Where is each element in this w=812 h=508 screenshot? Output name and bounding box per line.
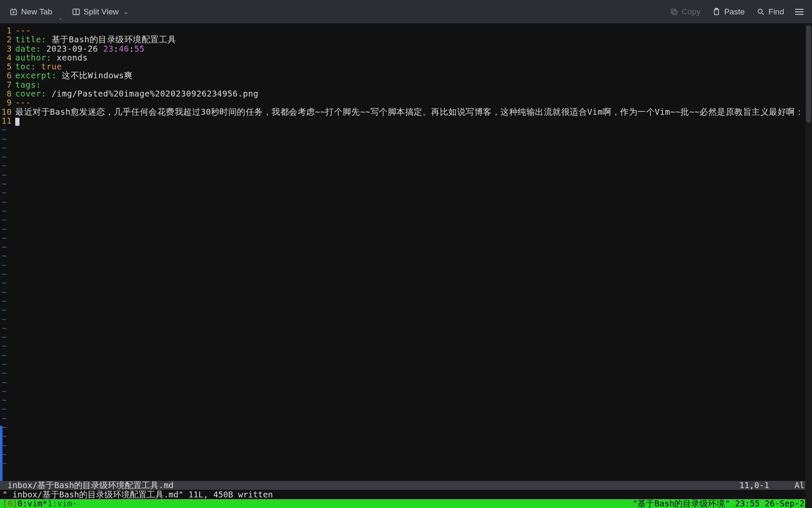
line-content: toc: true: [15, 62, 62, 71]
menu-button[interactable]: [792, 6, 807, 18]
line-number: 11: [0, 116, 15, 125]
find-button[interactable]: Find: [752, 5, 788, 19]
line-number: 9: [0, 98, 15, 107]
line-content: tags:: [15, 80, 41, 89]
line-content: author: xeonds: [15, 53, 88, 62]
line-content: ---: [15, 98, 31, 107]
line-number: 6: [0, 71, 15, 80]
empty-line-tilde: ~: [0, 369, 812, 378]
empty-line-tilde: ~: [0, 423, 812, 432]
line-content: ---: [15, 26, 31, 35]
editor-line: 6excerpt: 这不比Windows爽: [0, 71, 812, 80]
empty-line-tilde: ~: [0, 234, 812, 243]
terminal-area[interactable]: 1---2title: 基于Bash的目录级环境配置工具3date: 2023-…: [0, 24, 812, 508]
empty-line-tilde: ~: [0, 198, 812, 207]
tmux-window-0[interactable]: 0:vim*: [17, 499, 47, 508]
new-tab-label: New Tab: [21, 7, 52, 17]
paste-button[interactable]: Paste: [708, 5, 749, 19]
empty-line-tilde: ~: [0, 251, 812, 260]
editor-line: 2title: 基于Bash的目录级环境配置工具: [0, 35, 812, 44]
svg-rect-3: [671, 9, 675, 13]
search-icon: [757, 8, 765, 16]
empty-line-tilde: ~: [0, 360, 812, 369]
empty-line-tilde: ~: [0, 225, 812, 234]
line-number: 10: [0, 108, 15, 116]
tmux-session: [0]: [3, 499, 17, 508]
editor-line: 1---: [0, 26, 812, 35]
editor-line: 3date: 2023-09-26 23:46:55: [0, 44, 812, 53]
copy-icon: [670, 8, 678, 16]
empty-line-tilde: ~: [0, 351, 812, 360]
empty-line-tilde: ~: [0, 297, 812, 306]
new-tab-button[interactable]: New Tab: [5, 5, 57, 19]
svg-rect-2: [673, 10, 677, 14]
tmux-window-1[interactable]: 1:vim-: [47, 499, 77, 508]
empty-line-tilde: ~: [0, 179, 812, 188]
empty-line-tilde: ~: [0, 405, 812, 414]
line-number: 2: [0, 35, 15, 44]
empty-line-tilde: ~: [0, 215, 812, 224]
status-position: 11,0-1: [739, 480, 769, 490]
new-tab-caret-icon[interactable]: ⌄: [58, 15, 63, 21]
find-label: Find: [768, 7, 784, 17]
tmux-status-right: "基于Bash的目录级环境" 23:55 26-Sep-23: [633, 498, 809, 508]
empty-line-tilde: ~: [0, 188, 812, 197]
empty-line-tilde: ~: [0, 125, 812, 134]
empty-line-tilde: ~: [0, 207, 812, 215]
line-content: 最近对于Bash愈发迷恋，几乎任何会花费我超过30秒时间的任务，我都会考虑~~打…: [15, 108, 804, 116]
line-number: 1: [0, 26, 15, 35]
empty-line-tilde: ~: [0, 459, 812, 468]
empty-line-tilde: ~: [0, 261, 812, 270]
line-number: 8: [0, 89, 15, 98]
empty-line-tilde: ~: [0, 378, 812, 387]
cursor: [15, 118, 19, 126]
empty-line-tilde: ~: [0, 441, 812, 450]
editor-line: 11: [0, 116, 812, 125]
editor-line: 10最近对于Bash愈发迷恋，几乎任何会花费我超过30秒时间的任务，我都会考虑~…: [0, 108, 812, 116]
empty-line-tilde: ~: [0, 450, 812, 459]
chevron-down-icon: ⌄: [122, 8, 129, 16]
svg-point-6: [758, 9, 762, 13]
left-scroll-indicator: [0, 426, 3, 481]
editor-line: 5toc: true: [0, 62, 812, 71]
empty-line-tilde: ~: [0, 171, 812, 179]
empty-line-tilde: ~: [0, 144, 812, 152]
line-number: 5: [0, 62, 15, 71]
empty-line-tilde: ~: [0, 396, 812, 405]
editor-content[interactable]: 1---2title: 基于Bash的目录级环境配置工具3date: 2023-…: [0, 24, 812, 481]
empty-line-tilde: ~: [0, 315, 812, 324]
copy-label: Copy: [682, 7, 700, 17]
line-number: 3: [0, 44, 15, 53]
empty-line-tilde: ~: [0, 279, 812, 287]
empty-line-tilde: ~: [0, 161, 812, 170]
scrollbar-thumb[interactable]: [806, 25, 811, 123]
new-tab-icon: [9, 8, 18, 16]
paste-icon: [712, 8, 721, 16]
editor-line: 9---: [0, 98, 812, 107]
empty-line-tilde: ~: [0, 135, 812, 144]
editor-line: 7tags:: [0, 80, 812, 89]
empty-line-tilde: ~: [0, 270, 812, 279]
split-view-label: Split View: [84, 7, 119, 17]
line-content: date: 2023-09-26 23:46:55: [15, 44, 145, 53]
empty-line-tilde: ~: [0, 152, 812, 161]
empty-line-tilde: ~: [0, 387, 812, 396]
empty-line-tilde: ~: [0, 243, 812, 251]
empty-line-tilde: ~: [0, 333, 812, 342]
editor-line: 4author: xeonds: [0, 53, 812, 62]
copy-button[interactable]: Copy: [666, 5, 705, 19]
line-content: [15, 116, 19, 125]
top-toolbar: New Tab ⌄ Split View ⌄ Copy Paste: [0, 0, 812, 24]
line-content: title: 基于Bash的目录级环境配置工具: [15, 35, 176, 44]
split-view-button[interactable]: Split View ⌄: [68, 5, 133, 19]
tmux-status-line: [0] 0:vim* 1:vim- "基于Bash的目录级环境" 23:55 2…: [0, 499, 812, 508]
empty-line-tilde: ~: [0, 342, 812, 351]
editor-line: 8cover: /img/Pasted%20image%202023092623…: [0, 89, 812, 98]
line-number: 7: [0, 80, 15, 89]
line-number: 4: [0, 53, 15, 62]
empty-line-tilde: ~: [0, 288, 812, 297]
split-view-icon: [72, 8, 80, 16]
empty-line-tilde: ~: [0, 324, 812, 333]
scrollbar-track[interactable]: [805, 24, 812, 508]
line-content: cover: /img/Pasted%20image%2020230926234…: [15, 89, 258, 98]
